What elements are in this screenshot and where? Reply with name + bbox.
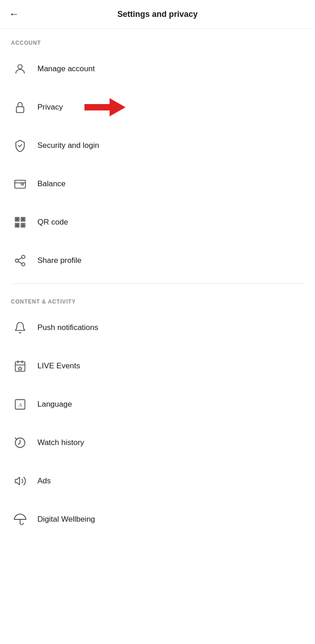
header: ← Settings and privacy — [0, 0, 315, 29]
content-activity-section-label: CONTENT & ACTIVITY — [0, 288, 315, 309]
svg-marker-24 — [18, 367, 22, 370]
content-activity-section: CONTENT & ACTIVITY Push notifications LI… — [0, 288, 315, 539]
svg-marker-2 — [84, 98, 126, 116]
svg-rect-11 — [21, 223, 23, 225]
svg-rect-10 — [16, 224, 19, 227]
digital-wellbeing-label: Digital Wellbeing — [37, 515, 95, 524]
calendar-star-icon — [11, 357, 29, 375]
svg-line-28 — [16, 438, 17, 440]
wallet-icon — [11, 175, 29, 193]
share-icon — [11, 251, 29, 270]
svg-rect-3 — [15, 180, 25, 188]
menu-item-qr-code[interactable]: QR code — [0, 203, 315, 241]
menu-item-digital-wellbeing[interactable]: Digital Wellbeing — [0, 500, 315, 539]
page-title: Settings and privacy — [117, 10, 198, 19]
svg-marker-29 — [16, 477, 20, 485]
svg-line-19 — [18, 258, 22, 260]
red-arrow-indicator — [84, 96, 126, 119]
ads-label: Ads — [37, 476, 51, 486]
svg-rect-8 — [22, 218, 25, 221]
megaphone-icon — [11, 472, 29, 490]
section-divider — [11, 283, 304, 284]
menu-item-privacy[interactable]: Privacy — [0, 88, 315, 126]
svg-rect-14 — [23, 225, 25, 227]
push-notifications-label: Push notifications — [37, 323, 98, 332]
live-events-label: LIVE Events — [37, 361, 80, 371]
account-section: ACCOUNT Manage account Privacy — [0, 29, 315, 280]
menu-item-balance[interactable]: Balance — [0, 165, 315, 203]
svg-text:A: A — [18, 402, 22, 408]
lock-icon — [11, 98, 29, 116]
privacy-label: Privacy — [37, 103, 63, 112]
svg-rect-6 — [16, 218, 19, 221]
shield-icon — [11, 136, 29, 155]
menu-item-share-profile[interactable]: Share profile — [0, 241, 315, 280]
svg-rect-13 — [21, 225, 23, 227]
menu-item-live-events[interactable]: LIVE Events — [0, 347, 315, 385]
account-section-label: ACCOUNT — [0, 29, 315, 50]
clock-icon — [11, 434, 29, 452]
menu-item-security-login[interactable]: Security and login — [0, 126, 315, 165]
menu-item-manage-account[interactable]: Manage account — [0, 50, 315, 88]
manage-account-label: Manage account — [37, 64, 95, 73]
menu-item-push-notifications[interactable]: Push notifications — [0, 309, 315, 347]
bell-icon — [11, 319, 29, 337]
umbrella-icon — [11, 510, 29, 529]
watch-history-label: Watch history — [37, 438, 84, 447]
qr-code-label: QR code — [37, 218, 68, 227]
qr-icon — [11, 213, 29, 231]
balance-label: Balance — [37, 179, 65, 188]
security-login-label: Security and login — [37, 141, 99, 150]
person-icon — [11, 60, 29, 78]
menu-item-language[interactable]: A Language — [0, 385, 315, 424]
share-profile-label: Share profile — [37, 256, 81, 265]
language-label: Language — [37, 400, 72, 409]
language-icon: A — [11, 395, 29, 414]
svg-line-18 — [18, 262, 22, 264]
svg-point-0 — [18, 65, 22, 69]
svg-rect-12 — [23, 223, 25, 225]
back-button[interactable]: ← — [9, 8, 19, 20]
menu-item-ads[interactable]: Ads — [0, 462, 315, 500]
menu-item-watch-history[interactable]: Watch history — [0, 424, 315, 462]
svg-rect-1 — [16, 107, 24, 113]
